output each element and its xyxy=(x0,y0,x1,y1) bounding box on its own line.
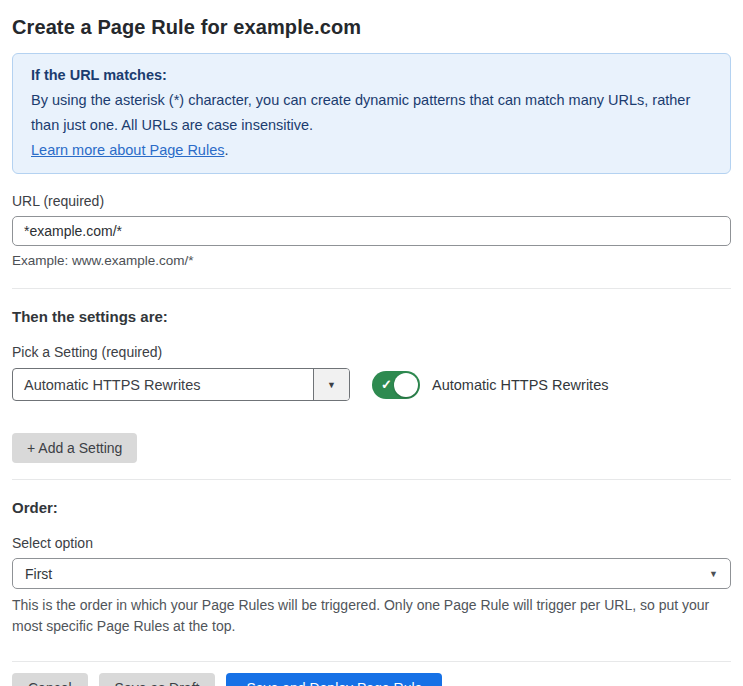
learn-more-link[interactable]: Learn more about Page Rules xyxy=(31,142,224,158)
order-helper-text: This is the order in which your Page Rul… xyxy=(12,595,727,637)
divider xyxy=(12,288,731,289)
info-box-title: If the URL matches: xyxy=(31,63,712,88)
url-label: URL (required) xyxy=(12,193,731,209)
link-suffix: . xyxy=(224,142,228,158)
chevron-down-icon: ▼ xyxy=(709,569,730,579)
chevron-down-icon[interactable]: ▼ xyxy=(313,369,349,400)
divider xyxy=(12,479,731,480)
setting-dropdown-value: Automatic HTTPS Rewrites xyxy=(13,369,313,400)
url-example-helper: Example: www.example.com/* xyxy=(12,253,731,268)
cancel-button[interactable]: Cancel xyxy=(12,673,88,686)
check-icon: ✓ xyxy=(381,378,392,391)
setting-toggle[interactable]: ✓ xyxy=(372,371,420,399)
save-deploy-button[interactable]: Save and Deploy Page Rule xyxy=(226,673,442,686)
save-draft-button[interactable]: Save as Draft xyxy=(99,673,216,686)
divider xyxy=(12,661,731,662)
info-box-body: By using the asterisk (*) character, you… xyxy=(31,88,712,163)
url-match-info-box: If the URL matches: By using the asteris… xyxy=(12,53,731,174)
create-page-rule-form: Create a Page Rule for example.com If th… xyxy=(0,0,743,686)
order-select-value: First xyxy=(13,566,709,582)
pick-setting-label: Pick a Setting (required) xyxy=(12,344,731,360)
url-input[interactable] xyxy=(12,216,731,246)
setting-row: Automatic HTTPS Rewrites ▼ ✓ Automatic H… xyxy=(12,368,731,401)
settings-heading: Then the settings are: xyxy=(12,308,731,325)
setting-toggle-label: Automatic HTTPS Rewrites xyxy=(432,377,608,393)
select-option-label: Select option xyxy=(12,535,731,551)
toggle-knob xyxy=(394,373,418,397)
footer-actions: Cancel Save as Draft Save and Deploy Pag… xyxy=(12,673,731,686)
add-setting-button[interactable]: + Add a Setting xyxy=(12,433,137,463)
order-select[interactable]: First ▼ xyxy=(12,558,731,589)
order-heading: Order: xyxy=(12,499,731,516)
page-title: Create a Page Rule for example.com xyxy=(12,14,731,41)
setting-dropdown[interactable]: Automatic HTTPS Rewrites ▼ xyxy=(12,368,350,401)
